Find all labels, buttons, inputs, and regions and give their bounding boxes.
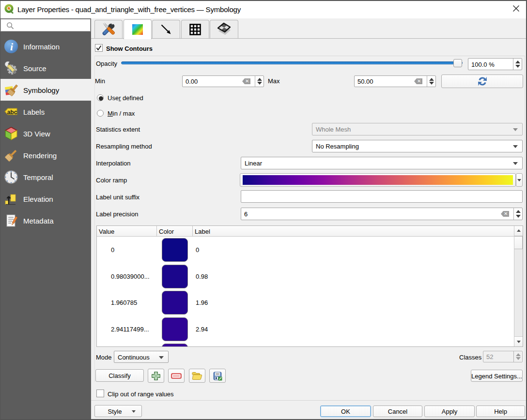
svg-text:abc: abc	[7, 108, 17, 115]
svg-text:i: i	[10, 41, 14, 53]
